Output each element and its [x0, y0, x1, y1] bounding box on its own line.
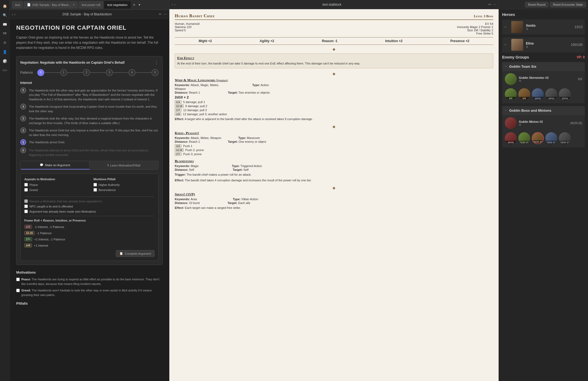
middle-nav-back[interactable]: ‹ [172, 2, 173, 6]
boss-token-5-label: 20/20 (5) [559, 141, 571, 144]
tab-power-roll[interactable]: test power roll [79, 1, 103, 9]
ability-bloodstones-keywords: Keywords: Magic Type: Triggered Action [175, 164, 493, 168]
sidebar-icon-book[interactable]: 📖 [1, 21, 9, 28]
tab-test[interactable]: test [12, 1, 23, 9]
reset-encounter-button[interactable]: Reset Encounter State [550, 2, 586, 7]
form-divider-2 [24, 216, 154, 216]
tab-add-button[interactable]: + [131, 2, 137, 7]
patience-node-2[interactable]: 2 [83, 69, 90, 76]
sidebar-icon-tag[interactable]: </> [1, 66, 9, 74]
nav-back-button[interactable]: ‹ [12, 12, 13, 16]
token-1[interactable]: 5/5 [505, 88, 517, 100]
checkbox-already-made[interactable]: Argument has already been made (w/o Moti… [24, 210, 154, 213]
benevolence-checkbox[interactable] [93, 188, 97, 192]
patience-node-3[interactable]: 3 [106, 69, 113, 76]
token-5[interactable]: 10/10 [559, 88, 571, 100]
menu-button[interactable]: ⋯ [163, 12, 167, 16]
goblin-skirmisher-gear-icon[interactable]: ⚙ [519, 79, 521, 82]
token-4[interactable]: 10/10 [545, 88, 557, 100]
greed-checkbox[interactable] [24, 188, 28, 192]
patience-node-5[interactable]: 5 [152, 69, 159, 76]
patience-node-0[interactable]: 0 [37, 69, 44, 76]
boss-token-4[interactable]: 20/20 (5) [545, 132, 557, 144]
tier-badge-1: ≤11 [175, 100, 182, 104]
tab-learn-motivation[interactable]: ℹ Learn Motivation/Pitfall [90, 161, 159, 169]
interest-badge-2[interactable]: 2 [20, 127, 26, 133]
interest-badge-3[interactable]: 3 [20, 115, 26, 121]
checkbox-reuses[interactable]: Reuses a Motivation that has already bee… [24, 199, 154, 203]
sidebar-icon-search[interactable]: 🔍 [1, 11, 9, 19]
hero-elina-gear-icon[interactable]: ⚙ [526, 45, 528, 48]
ability-bloodstones-effect: Effect: The bandit chief takes 4 corrupt… [175, 178, 493, 183]
tier-whip-3: 17+ 12 damage; pull 3 [175, 108, 493, 112]
goblin-boss-minus[interactable]: − [505, 108, 507, 113]
tab-overflow-button[interactable]: ▾ [137, 3, 142, 7]
roll-badge-tier3: 17+ [24, 237, 32, 241]
peace-checkbox[interactable] [24, 183, 28, 186]
divider-diamond-3: ◆ [175, 124, 493, 129]
vp-value: 0 [583, 55, 585, 59]
boss-token-5[interactable]: 20/20 (5) [559, 132, 571, 144]
hero-elina-minus[interactable]: − [504, 42, 509, 47]
ability-agility: Agility +2 [260, 39, 274, 43]
token-3[interactable]: 10/10 [532, 88, 544, 100]
sidebar-icon-user[interactable]: 👤 [1, 48, 9, 56]
hero-xentis-gear-icon[interactable]: ⚙ [526, 28, 528, 30]
nav-forward-button[interactable]: › [14, 12, 16, 16]
complete-argument-button[interactable]: 📋 Complete Argument [116, 250, 154, 257]
boss-token-2[interactable]: 20/20 (5) [518, 132, 530, 144]
patience-node-4[interactable]: 4 [129, 69, 136, 76]
middle-edit-button[interactable]: ✏ [488, 2, 491, 6]
hero-elina-info: Elina ⚙ [526, 42, 568, 48]
negotiation-menu-button[interactable]: ⋮ [154, 60, 159, 65]
higher-authority-checkbox[interactable] [93, 183, 97, 186]
tab-learn-motivation-label: Learn Motivation/Pitfall [110, 164, 140, 167]
middle-menu-button[interactable]: ⋯ [493, 2, 496, 6]
token-2[interactable]: 5/5 [518, 88, 530, 100]
goblin-minion-avatar[interactable] [505, 117, 517, 129]
tier-whip-2: 12-16 9 damage; pull 2 [175, 104, 493, 108]
checkbox-benevolence[interactable]: Benevolence [93, 188, 154, 192]
tab-close-icon[interactable]: ✕ [73, 3, 75, 6]
middle-nav-forward[interactable]: › [174, 2, 175, 6]
motivation-peace-checkbox[interactable] [16, 278, 20, 281]
tab-make-argument[interactable]: 💬 Make an Argument [21, 161, 90, 169]
tab-negotiation[interactable]: test negotiation [104, 1, 131, 9]
sidebar-icon-dice[interactable]: 🎲 [1, 57, 9, 65]
interest-badge-0[interactable]: 0 [20, 147, 26, 153]
sidebar-icon-settings[interactable]: ⚙ [1, 39, 9, 46]
motivation-greed-checkbox[interactable] [16, 289, 20, 292]
goblin-skirmisher-avatar[interactable] [505, 73, 517, 85]
tier-kneel-2: 12-16 Push 2; prone [175, 148, 493, 152]
patience-label: Patience [20, 71, 35, 74]
action-buttons: ✏ ⋯ [159, 12, 167, 16]
boss-token-3[interactable]: 20/20 (5) [532, 132, 544, 144]
sidebar-icon-home[interactable]: 🏠 [1, 2, 9, 10]
checkbox-higher-authority[interactable]: Higher Authority [93, 183, 154, 186]
hero-xentis-minus[interactable]: − [504, 25, 509, 29]
motivations-section: Motivations Peace: The Hawklords are try… [16, 270, 163, 305]
already-made-checkbox[interactable] [24, 210, 28, 213]
monster-ev: EV 54 [457, 22, 493, 25]
sidebar-icon-map[interactable]: 🗺 [1, 30, 9, 37]
tab-dse[interactable]: 📄 DSE Sample - Bay of Black... ✕ [24, 1, 78, 9]
checkbox-caught-lie[interactable]: NPC caught a lie and is offended [24, 205, 154, 208]
interest-badge-1[interactable]: 1 [20, 139, 26, 145]
stat-block-row1: Human, Humanoid Stamina 120 Speed 5 EV 5… [175, 22, 493, 35]
ability-whip-distance: Distance: Reach 1 Target: Two enemies or… [175, 91, 493, 94]
hero-xentis-hp: 13/13 [574, 25, 583, 29]
goblin-minion-gear-icon[interactable]: ⚙ [519, 123, 521, 126]
patience-node-1[interactable]: 1 [60, 69, 67, 76]
end-effect-text: At the end of their turn, the bandit chi… [177, 61, 491, 66]
interest-badge-4[interactable]: 4 [20, 104, 26, 110]
reset-round-button[interactable]: Reset Round [525, 2, 548, 7]
checkbox-peace[interactable]: Peace [24, 183, 85, 186]
boss-token-1[interactable]: 45/45 [505, 132, 517, 144]
goblin-team-six-minus[interactable]: − [505, 64, 507, 69]
checkbox-greed[interactable]: Greed [24, 188, 85, 192]
edit-button[interactable]: ✏ [159, 12, 162, 16]
caught-lie-checkbox[interactable] [24, 205, 28, 208]
ability-bloodstones: Bloodstones Keywords: Magic Type: Trigge… [175, 159, 493, 182]
learn-icon: ℹ [107, 164, 109, 167]
interest-badge-5[interactable]: 5 [20, 87, 26, 93]
